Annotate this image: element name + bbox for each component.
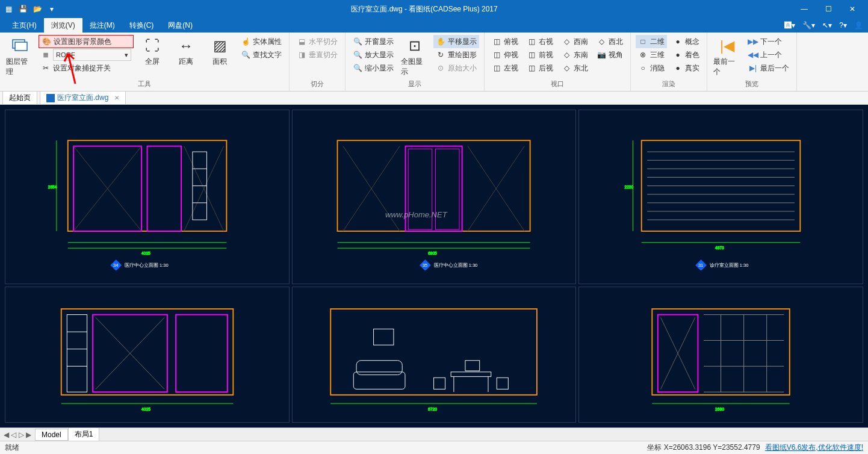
- wrench-icon[interactable]: 🔧▾: [802, 21, 815, 30]
- prev-button[interactable]: ◀◀上一个: [746, 48, 792, 61]
- 3d-button[interactable]: ⊗三维: [636, 48, 667, 61]
- cube-icon: ◫: [527, 37, 536, 46]
- menu-convert[interactable]: 转换(C): [122, 18, 161, 33]
- front-view-button[interactable]: ◫前视: [524, 48, 556, 61]
- user-icon[interactable]: 👤: [854, 21, 863, 30]
- next-icon: ▶▶: [748, 37, 758, 46]
- zoom-in-button[interactable]: 🔍放大显示: [350, 48, 396, 61]
- layer-manage-button[interactable]: 图层管理: [5, 35, 35, 78]
- ribbon-group-preview: |◀ 最前一个 ▶▶下一个 ◀◀上一个 ▶|最后一个 预览: [707, 33, 797, 91]
- tab-document[interactable]: 医疗室立面.dwg ✕: [40, 91, 126, 104]
- set-snap-button[interactable]: ✂ 设置对象捕捉开关: [39, 61, 134, 75]
- status-ready: 就绪: [5, 443, 19, 453]
- svg-text:6720: 6720: [428, 406, 437, 411]
- distance-button[interactable]: ↔ 距离: [171, 35, 201, 68]
- v-split-icon: ◨: [297, 50, 306, 60]
- ne-view-button[interactable]: ◇东北: [559, 61, 591, 75]
- tab-start[interactable]: 起始页: [2, 91, 37, 104]
- status-coords: 坐标 X=26063.3196 Y=23552.4779: [647, 443, 760, 453]
- sw-view-button[interactable]: ◇西南: [559, 35, 591, 48]
- h-split-label: 水平切分: [309, 37, 338, 47]
- snap-icon: ✂: [41, 63, 51, 73]
- close-button[interactable]: ✕: [840, 0, 864, 18]
- prev-icon: ◀◀: [748, 50, 758, 60]
- group-tools-label: 工具: [5, 78, 284, 89]
- style-icon[interactable]: 🅰▾: [784, 21, 795, 30]
- real-button[interactable]: ●真实: [671, 61, 702, 75]
- svg-rect-4: [147, 146, 181, 231]
- tab-layout1[interactable]: 布局1: [68, 428, 100, 441]
- drawing-canvas[interactable]: www.pHome.NET 4025 2654 34医疗中心立面图 1:30: [0, 105, 868, 428]
- open-icon[interactable]: 📂: [33, 4, 42, 14]
- fullscreen-button[interactable]: ⛶ 全屏: [137, 35, 167, 68]
- save-icon[interactable]: 💾: [18, 4, 28, 14]
- nw-view-button[interactable]: ◇西北: [594, 35, 625, 48]
- cube-icon: ◫: [492, 50, 501, 60]
- redraw-button[interactable]: ↻重绘图形: [433, 48, 479, 61]
- maximize-button[interactable]: ☐: [816, 0, 840, 18]
- svg-rect-70: [434, 378, 445, 389]
- top-view-button[interactable]: ◫俯视: [489, 35, 521, 48]
- v-split-button: ◨ 垂直切分: [294, 48, 340, 61]
- entity-props-button[interactable]: ☝ 实体属性: [238, 35, 284, 48]
- diamond-icon: ◇: [562, 50, 571, 60]
- svg-text:6305: 6305: [429, 251, 438, 255]
- menu-annotate[interactable]: 批注(M): [82, 18, 122, 33]
- menu-home[interactable]: 主页(H): [5, 18, 44, 33]
- zoom-window-button[interactable]: 🔍开窗显示: [350, 35, 396, 48]
- hand-icon: ☝: [241, 37, 250, 46]
- svg-text:4025: 4025: [141, 251, 150, 255]
- dwg-icon: [46, 94, 55, 102]
- drawing-cell-35: 6305 35医疗中心立面图 1:30: [292, 110, 577, 284]
- elevation-31: 4973 2220 31诊疗室立面图 1:30: [586, 123, 855, 271]
- last-button[interactable]: ▶|最后一个: [746, 61, 792, 75]
- diamond-icon: ◇: [597, 37, 606, 46]
- menu-cloud[interactable]: 网盘(N): [161, 18, 200, 33]
- status-link[interactable]: 看图纸V6.6发布,优化软件速度!: [765, 443, 863, 453]
- back-view-button[interactable]: ◫后视: [524, 61, 556, 75]
- find-text-button[interactable]: 🔍 查找文字: [238, 48, 284, 61]
- view-angle-button[interactable]: 📷视角: [594, 48, 625, 61]
- close-icon[interactable]: ✕: [114, 95, 119, 101]
- drawing-cell-b2: 6720: [292, 287, 577, 423]
- help-icon[interactable]: ?▾: [839, 21, 847, 30]
- area-button[interactable]: ▨ 面积: [205, 35, 235, 68]
- cursor-icon[interactable]: ↖▾: [822, 21, 832, 30]
- svg-rect-23: [409, 149, 433, 229]
- se-view-button[interactable]: ◇东南: [559, 48, 591, 61]
- camera-icon: 📷: [597, 50, 606, 60]
- svg-text:4025: 4025: [141, 406, 150, 411]
- zoom-out-button[interactable]: 🔍缩小显示: [350, 61, 396, 75]
- pan-button[interactable]: ✋平移显示: [433, 35, 479, 48]
- square-icon: □: [638, 37, 648, 46]
- h-split-button: ⬓ 水平切分: [294, 35, 340, 48]
- layer-name: ROOF: [56, 51, 75, 58]
- shade-button[interactable]: ●着色: [671, 48, 702, 61]
- next-button[interactable]: ▶▶下一个: [746, 35, 792, 48]
- minimize-button[interactable]: —: [792, 0, 816, 18]
- ribbon-group-render: □二维 ⊗三维 ○消隐 ●概念 ●着色 ●真实 渲染: [631, 33, 707, 91]
- layer-select[interactable]: ≣ ROOF▾: [39, 48, 134, 61]
- bottom-view-button[interactable]: ◫仰视: [489, 48, 521, 61]
- concept-button[interactable]: ●概念: [671, 35, 702, 48]
- right-view-button[interactable]: ◫右视: [524, 35, 556, 48]
- menu-bar: 主页(H) 浏览(V) 批注(M) 转换(C) 网盘(N) 🅰▾ 🔧▾ ↖▾ ?…: [0, 18, 868, 33]
- dropdown-icon[interactable]: ▾: [47, 4, 57, 14]
- zoom-extents-button[interactable]: ⊡ 全图显示: [400, 35, 430, 78]
- layout-nav-arrows[interactable]: ◀ ◁ ▷ ▶: [0, 431, 35, 439]
- left-view-button[interactable]: ◫左视: [489, 61, 521, 75]
- svg-rect-24: [436, 149, 460, 229]
- svg-rect-1: [15, 42, 27, 51]
- layer-manage-label: 图层管理: [6, 57, 34, 77]
- status-bar: 就绪 坐标 X=26063.3196 Y=23552.4779 看图纸V6.6发…: [0, 441, 868, 454]
- 2d-button[interactable]: □二维: [636, 35, 667, 48]
- first-button[interactable]: |◀ 最前一个: [712, 35, 742, 78]
- set-bg-color-button[interactable]: 🎨 设置图形背景颜色: [39, 35, 134, 48]
- set-snap-label: 设置对象捕捉开关: [53, 63, 111, 73]
- hide-button[interactable]: ○消隐: [636, 61, 667, 75]
- sphere-icon: ●: [673, 37, 683, 46]
- tab-model[interactable]: Model: [35, 429, 68, 441]
- last-icon: ▶|: [748, 63, 758, 73]
- svg-rect-53: [67, 314, 87, 392]
- menu-view[interactable]: 浏览(V): [44, 18, 82, 33]
